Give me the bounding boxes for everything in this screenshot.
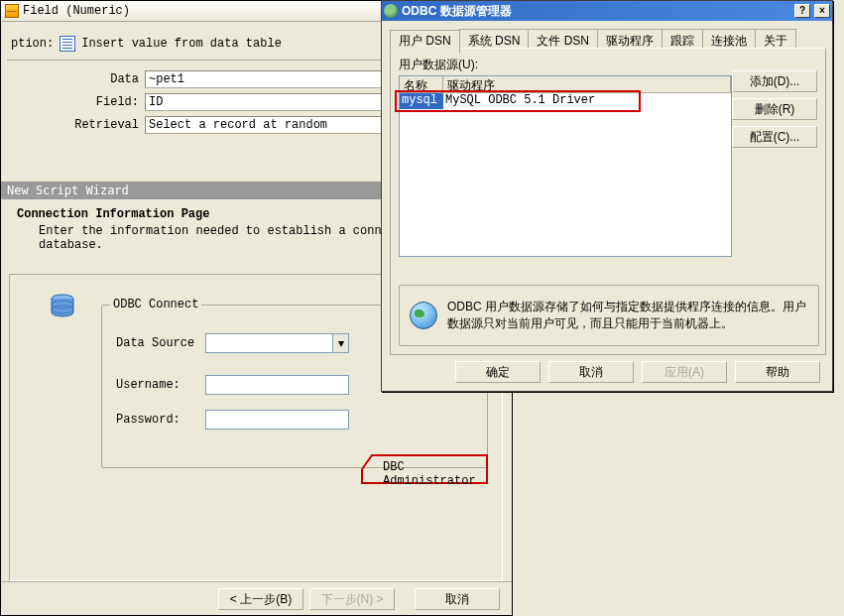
prev-button[interactable]: < 上一步(B) [218, 588, 303, 610]
odbc-group-label: ODBC Connect [110, 298, 201, 311]
tab-user-dsn[interactable]: 用户 DSN [390, 30, 460, 54]
chevron-down-icon[interactable]: ▾ [332, 334, 348, 352]
col-name[interactable]: 名称 [400, 76, 443, 92]
apply-button: 应用(A) [642, 361, 727, 383]
remove-button[interactable]: 删除(R) [732, 98, 817, 120]
data-source-label: Data Source [116, 336, 205, 350]
password-label: Password: [116, 413, 205, 427]
user-dsn-panel: 用户数据源(U): 名称 驱动程序 mysql MySQL ODBC 5.1 D… [390, 48, 826, 355]
ok-button[interactable]: 确定 [455, 361, 541, 383]
dsn-header: 名称 驱动程序 [400, 76, 731, 93]
dsn-side-buttons: 添加(D)... 删除(R) 配置(C)... [732, 70, 817, 148]
dbc-admin-button[interactable]: DBC Administrator [383, 460, 502, 488]
database-icon [48, 293, 77, 322]
field-label: Field: [11, 95, 145, 109]
dsn-driver-cell: MySQL ODBC 5.1 Driver [443, 93, 597, 109]
grid-icon [5, 4, 19, 18]
info-text: ODBC 用户数据源存储了如何与指定数据提供程序连接的信息。用户数据源只对当前用… [447, 299, 808, 332]
odbc-cancel-button[interactable]: 取消 [548, 361, 634, 383]
col-driver[interactable]: 驱动程序 [443, 76, 731, 92]
data-source-select[interactable]: ▾ [205, 333, 349, 353]
globe-icon [384, 4, 398, 18]
wizard-button-row: < 上一步(B) 下一步(N) > 取消 [1, 581, 512, 611]
add-button[interactable]: 添加(D)... [732, 70, 817, 92]
info-globe-icon [410, 302, 437, 329]
option-text: Insert value from data table [81, 37, 282, 51]
odbc-admin-dialog: ODBC 数据源管理器 ? × 用户 DSN 系统 DSN 文件 DSN 驱动程… [381, 0, 833, 392]
retrieval-label: Retrieval [11, 118, 145, 132]
dsn-row-mysql[interactable]: mysql MySQL ODBC 5.1 Driver [400, 93, 731, 109]
cancel-button[interactable]: 取消 [415, 588, 500, 610]
data-label: Data [11, 72, 145, 86]
odbc-titlebar: ODBC 数据源管理器 ? × [382, 1, 832, 21]
dsn-name-cell: mysql [400, 93, 443, 109]
field-window-title: Field (Numeric) [23, 4, 130, 18]
next-button: 下一步(N) > [309, 588, 395, 610]
username-label: Username: [116, 378, 205, 392]
configure-button[interactable]: 配置(C)... [732, 126, 817, 148]
close-button[interactable]: × [814, 4, 830, 18]
password-input[interactable] [205, 410, 349, 430]
odbc-title: ODBC 数据源管理器 [402, 3, 790, 20]
help-button[interactable]: ? [794, 4, 810, 18]
odbc-bottom-buttons: 确定 取消 应用(A) 帮助 [382, 361, 832, 383]
odbc-help-button[interactable]: 帮助 [735, 361, 820, 383]
option-label: ption: [11, 37, 54, 51]
dsn-list[interactable]: 名称 驱动程序 mysql MySQL ODBC 5.1 Driver [399, 75, 732, 257]
data-table-icon [60, 36, 75, 52]
info-box: ODBC 用户数据源存储了如何与指定数据提供程序连接的信息。用户数据源只对当前用… [399, 285, 819, 346]
username-input[interactable] [205, 375, 349, 395]
